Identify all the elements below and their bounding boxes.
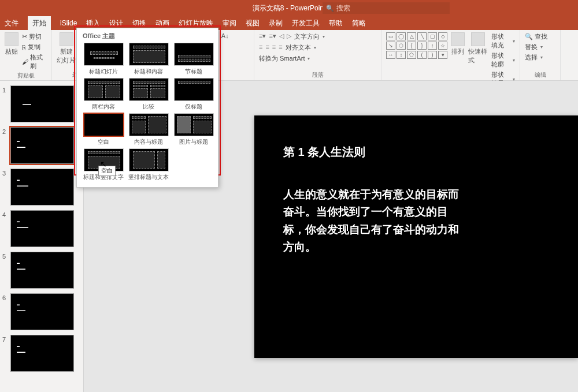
select-button[interactable]: 选择 [525,53,547,62]
format-painter-button[interactable]: 🖌 格式刷 [22,53,47,70]
layout-two-content[interactable]: 两栏内容 [83,78,124,111]
group-label: 段落 [259,70,376,80]
slide-body[interactable]: 人生的意义就在于为有意义的目标而奋斗。当你找到了一个有意义的目标，你会发现自己有… [283,186,462,256]
search-placeholder: 搜索 [336,3,350,13]
layout-title-content[interactable]: 标题和内容 [128,43,169,76]
shape-outline-button[interactable]: 形状轮廓 [491,51,515,69]
slide-thumbnail[interactable]: 6 ▬▬▬▬ [2,293,81,330]
search-icon: 🔍 [326,5,334,12]
layout-title-slide[interactable]: 标题幻灯片 [83,43,124,76]
text-direction-button[interactable]: 文字方向 [294,32,325,41]
slide-thumbnail[interactable]: 7 ▬▬▬▬ [2,335,81,372]
arrange-icon [451,32,465,46]
search-box[interactable]: 🔍 搜索 [323,2,450,14]
group-label: 编辑 [525,70,555,80]
find-button[interactable]: 🔍 查找 [525,32,547,41]
tab-shorthand[interactable]: 简略 [352,18,366,28]
tab-insert[interactable]: 插入 [86,18,100,28]
new-slide-icon [60,32,73,46]
numbering-button[interactable]: ≡▾ [269,32,276,41]
layout-comparison[interactable]: 比较 [128,78,169,111]
justify-button[interactable]: ≡ [279,43,282,52]
align-right-button[interactable]: ≡ [272,43,276,52]
layout-dropdown: Office 主题 标题幻灯片 标题和内容 节标题 两栏内容 比较 仅标题 空白 [76,28,218,188]
slide-canvas[interactable]: 第 1 条人生法则 人生的意义就在于为有意义的目标而奋斗。当你找到了一个有意义的… [254,115,578,358]
paste-button[interactable]: 粘贴 [5,32,18,56]
quick-styles-button[interactable]: 快速样式 [468,32,488,65]
tab-slideshow[interactable]: 幻灯片放映 [179,18,213,28]
tab-record[interactable]: 录制 [269,18,283,28]
decrease-font-button[interactable]: A↓ [221,32,229,44]
tab-islide[interactable]: iSlide [60,19,77,27]
slide-thumbnail[interactable]: 1 ▬▬▬ [2,85,81,122]
slide-thumbnail[interactable]: 5 ▬▬▬▬ [2,252,81,289]
tab-developer[interactable]: 开发工具 [292,18,320,28]
layout-dropdown-header: Office 主题 [77,28,218,43]
layout-title-only[interactable]: 仅标题 [173,78,214,111]
smartart-button[interactable]: 转换为 SmartArt [259,54,310,63]
slide-thumbnail[interactable]: 2 ▬▬▬▬ [2,127,81,164]
group-label: 剪贴板 [5,70,47,81]
tab-home[interactable]: 开始 [28,16,51,31]
group-clipboard: 粘贴 ✂ 剪切 ⎘ 复制 🖌 格式刷 剪贴板 [0,30,52,80]
layout-content-caption[interactable]: 内容与标题 [128,113,169,146]
tab-animations[interactable]: 动画 [155,18,169,28]
cursor-icon [100,159,107,168]
cut-button[interactable]: ✂ 剪切 [22,32,47,41]
shapes-gallery[interactable]: ▭◯△╲▢◇ ↘⬡{}↕☆ ↔↕⬠()▾ [386,32,447,59]
layout-blank[interactable]: 空白 [83,113,124,146]
paste-icon [5,32,18,46]
new-slide-button[interactable]: 新建 幻灯片 [57,32,76,65]
tab-design[interactable]: 设计 [109,18,123,28]
align-left-button[interactable]: ≡ [259,43,262,52]
tab-transitions[interactable]: 切换 [132,18,146,28]
indent-increase-button[interactable]: ▷ [287,32,291,41]
title-bar: 演示文稿8 - PowerPoint 🔍 搜索 [0,0,578,16]
align-text-button[interactable]: 对齐文本 [286,43,316,52]
layout-vertical-title-text[interactable]: 竖排标题与文本 [128,148,169,181]
slide-thumbnails-panel: 1 ▬▬▬ 2 ▬▬▬▬ 3 ▬▬▬▬▬ 4 ▬▬▬▬▬ 5 ▬▬▬▬ 6 ▬▬… [0,81,84,392]
arrange-button[interactable]: 排列 [451,32,465,56]
window-title: 演示文稿8 - PowerPoint [253,3,326,13]
bullets-button[interactable]: ≡▾ [259,32,266,41]
group-editing: 🔍 查找 替换 选择 编辑 [520,30,561,80]
shape-fill-button[interactable]: 形状填充 [491,32,515,50]
indent-decrease-button[interactable]: ◁ [279,32,284,41]
document-name: 演示文稿8 [253,4,284,12]
slide-thumbnail[interactable]: 3 ▬▬▬▬▬ [2,169,81,206]
replace-button[interactable]: 替换 [525,43,547,51]
tab-review[interactable]: 审阅 [223,18,236,28]
tab-file[interactable]: 文件 [5,18,18,28]
layout-picture-caption[interactable]: 图片与标题 [173,113,214,146]
app-name: PowerPoint [290,4,325,12]
group-drawing: ▭◯△╲▢◇ ↘⬡{}↕☆ ↔↕⬠()▾ 排列 快速样式 形状填充 形状轮廓 形… [381,30,520,80]
copy-button[interactable]: ⎘ 复制 [22,43,47,51]
group-paragraph: ≡▾ ≡▾ ◁ ▷ 文字方向 ≡ ≡ ≡ ≡ 对齐文本 转换为 SmartArt… [254,30,381,80]
tab-help[interactable]: 帮助 [329,18,343,28]
slide-thumbnail[interactable]: 4 ▬▬▬▬▬ [2,210,81,247]
align-center-button[interactable]: ≡ [265,43,269,52]
slide-title[interactable]: 第 1 条人生法则 [283,144,549,160]
quick-styles-icon [471,32,485,46]
tab-view[interactable]: 视图 [246,18,260,28]
layout-section-header[interactable]: 节标题 [173,43,214,76]
